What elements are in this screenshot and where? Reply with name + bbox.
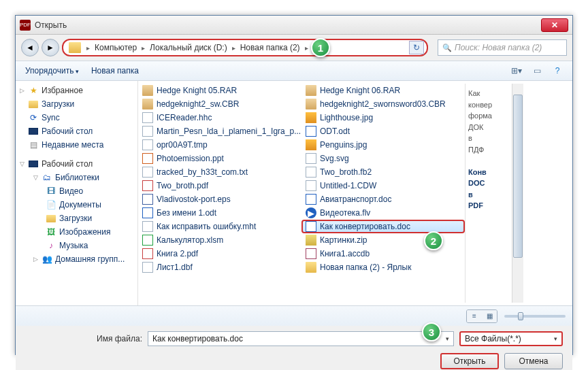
mht-file-icon: [142, 221, 153, 232]
breadcrumb-segment[interactable]: Компьютер: [93, 43, 139, 52]
sidebar-downloads2[interactable]: Загрузки: [16, 212, 137, 225]
back-button[interactable]: ◄: [21, 39, 39, 56]
fld-file-icon: [306, 262, 316, 273]
gen-file-icon: [306, 153, 316, 164]
scrollbar-thumb[interactable]: [513, 95, 523, 258]
file-list: Hedge Knight 05.RARhedgeknight2_sw.CBRIC…: [138, 81, 572, 305]
file-item[interactable]: Hedge Knight 06.RAR: [301, 84, 465, 97]
file-item[interactable]: hedgeknight2_swornsword03.CBR: [301, 97, 465, 111]
file-item[interactable]: ODT.odt: [301, 124, 465, 138]
sidebar-music[interactable]: ♪Музыка: [16, 239, 137, 252]
preview-line: Как: [468, 88, 510, 99]
file-name: Без имени 1.odt: [157, 208, 216, 218]
view-switcher[interactable]: ≡▦: [466, 309, 497, 323]
sidebar-images[interactable]: 🖼Изображения: [16, 225, 137, 239]
file-item[interactable]: Книга1.accdb: [301, 247, 465, 260]
txt-file-icon: [306, 167, 316, 178]
file-name: Книга 2.pdf: [157, 249, 198, 258]
file-item[interactable]: Без имени 1.odt: [138, 206, 301, 220]
file-name: hedgeknight2_sw.CBR: [157, 99, 239, 109]
file-name: opr00A9T.tmp: [157, 140, 208, 150]
scrollbar[interactable]: [512, 84, 523, 303]
file-name: Картинки.zip: [320, 235, 368, 245]
file-item[interactable]: Hedge Knight 05.RAR: [138, 84, 301, 97]
file-item[interactable]: Лист1.dbf: [138, 260, 301, 274]
file-item[interactable]: Martin_Pesn_lda_i_plameni_1_Igra_p...: [138, 124, 301, 138]
file-name: Как конвертировать.doc: [320, 222, 410, 231]
file-column: Hedge Knight 05.RARhedgeknight2_sw.CBRIC…: [138, 84, 301, 303]
file-item[interactable]: Penguins.jpg: [301, 138, 465, 152]
sidebar-documents[interactable]: 📄Документы: [16, 198, 137, 212]
sidebar-video[interactable]: 🎞Видео: [16, 184, 137, 198]
gen-file-icon: [306, 180, 316, 191]
doc-file-icon: [306, 221, 316, 232]
file-item[interactable]: Новая папка (2) - Ярлык: [301, 260, 465, 274]
preview-pane-button[interactable]: ▭: [529, 64, 545, 78]
file-item[interactable]: opr00A9T.tmp: [138, 138, 301, 152]
file-item[interactable]: Untitled-1.CDW: [301, 179, 465, 192]
file-item[interactable]: Калькулятор.xlsm: [138, 233, 301, 247]
doc-file-icon: [142, 207, 153, 218]
file-item[interactable]: Vladivostok-port.eps: [138, 192, 301, 206]
file-name: Книга1.accdb: [320, 249, 370, 258]
details-view-icon[interactable]: ≡: [467, 310, 482, 322]
filename-input[interactable]: Как конвертировать.doc: [148, 331, 454, 346]
file-name: Как исправить ошибку.mht: [157, 222, 256, 231]
file-item[interactable]: Как исправить ошибку.mht: [138, 220, 301, 233]
sidebar-sync[interactable]: ⟳Sync: [16, 111, 137, 124]
chevron-right-icon: ▸: [302, 44, 311, 52]
slider-knob[interactable]: [518, 312, 523, 320]
file-name: Two_broth.fb2: [320, 167, 372, 177]
close-button[interactable]: ✕: [541, 18, 568, 32]
annotation-badge-1: 1: [311, 38, 330, 57]
preview-line: конвер: [468, 99, 510, 111]
sidebar-homegroup[interactable]: ▷👥Домашняя групп...: [16, 252, 137, 266]
file-item[interactable]: Photoemission.ppt: [138, 152, 301, 165]
sidebar-desktop[interactable]: Рабочий стол: [16, 124, 137, 138]
open-button[interactable]: Открыть: [440, 353, 499, 369]
txt-file-icon: [142, 167, 153, 178]
forward-button[interactable]: ►: [42, 39, 59, 56]
new-folder-button[interactable]: Новая папка: [88, 66, 148, 75]
breadcrumb-segment[interactable]: Новая папка (2): [238, 43, 302, 52]
file-item[interactable]: Авиатранспорт.doc: [301, 192, 465, 206]
zoom-slider[interactable]: [504, 315, 566, 318]
cancel-button[interactable]: Отмена: [504, 353, 563, 369]
doc-file-icon: [306, 194, 316, 205]
breadcrumb[interactable]: ▸ Компьютер ▸ Локальный диск (D:) ▸ Нова…: [62, 39, 428, 56]
file-item[interactable]: Книга 2.pdf: [138, 247, 301, 260]
file-name: Hedge Knight 06.RAR: [320, 86, 400, 95]
sidebar-recent[interactable]: ▤Недавние места: [16, 138, 137, 152]
filename-label: Имя файла:: [25, 334, 142, 343]
file-name: Svg.svg: [320, 154, 349, 163]
file-item[interactable]: ICEReader.hhc: [138, 111, 301, 124]
sidebar-libraries[interactable]: ▽🗂Библиотеки: [16, 171, 137, 184]
file-item[interactable]: ▶Видеотека.flv: [301, 206, 465, 220]
sidebar-favorites[interactable]: ▷★Избранное: [16, 84, 137, 97]
search-input[interactable]: Поиск: Новая папка (2): [438, 39, 567, 56]
pdf-file-icon: [142, 248, 153, 259]
icons-view-icon[interactable]: ▦: [482, 310, 497, 322]
file-filter-dropdown[interactable]: Все Файлы(*.*): [459, 331, 563, 346]
preview-line: Конв: [468, 167, 510, 178]
file-item[interactable]: Two_broth.fb2: [301, 165, 465, 179]
sidebar-desktop-root[interactable]: ▽Рабочий стол: [16, 157, 137, 171]
preview-pane: КакконверформаДОКвПДФ КонвDOCвPDF: [465, 84, 512, 303]
breadcrumb-segment[interactable]: Локальный диск (D:): [148, 43, 229, 52]
organize-menu[interactable]: Упорядочить: [22, 66, 88, 75]
img-file-icon: [306, 112, 316, 123]
refresh-button[interactable]: ↻: [409, 41, 424, 54]
img-file-icon: [306, 139, 316, 150]
file-item[interactable]: Как конвертировать.doc: [301, 220, 465, 233]
folder-icon: [69, 42, 81, 53]
file-item[interactable]: Two_broth.pdf: [138, 179, 301, 192]
file-item[interactable]: hedgeknight2_sw.CBR: [138, 97, 301, 111]
file-item[interactable]: Svg.svg: [301, 152, 465, 165]
preview-line: DOC: [468, 178, 510, 189]
file-item[interactable]: Lighthouse.jpg: [301, 111, 465, 124]
file-item[interactable]: tracked_by_h33t_com.txt: [138, 165, 301, 179]
help-button[interactable]: ?: [549, 64, 566, 78]
sidebar-downloads[interactable]: Загрузки: [16, 97, 137, 111]
preview-line: форма: [468, 110, 510, 122]
view-options-button[interactable]: ⊞▾: [508, 64, 525, 78]
